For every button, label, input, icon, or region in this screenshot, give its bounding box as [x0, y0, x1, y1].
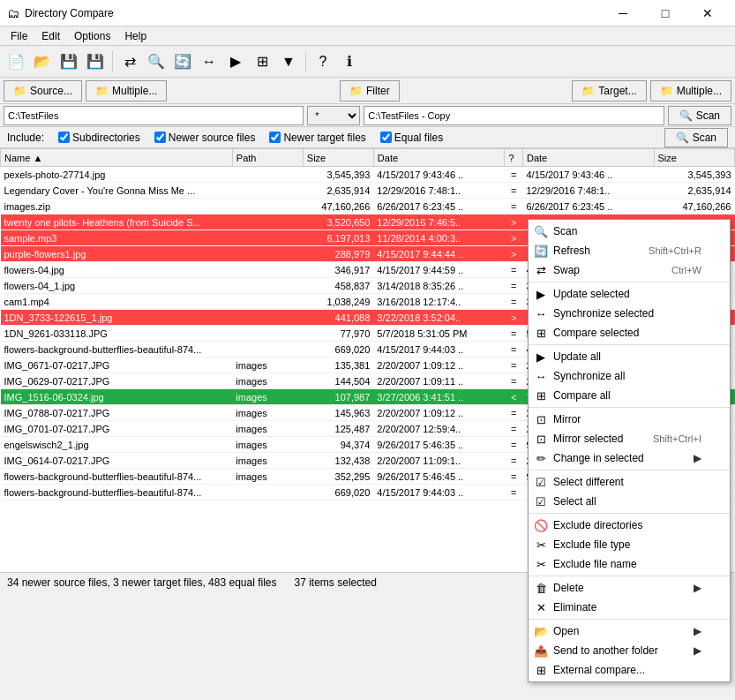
filter-button-st[interactable]: 📁 Filter [340, 80, 400, 102]
subdirectories-checkbox[interactable] [58, 132, 70, 143]
close-button[interactable]: ✕ [687, 0, 728, 26]
context-menu-item-eliminate[interactable]: ✕Eliminate [529, 598, 730, 617]
ctx-label-send-to-folder: Send to another folder [553, 644, 658, 657]
menu-file[interactable]: File [4, 26, 34, 46]
context-menu-item-open[interactable]: 📂Open▶ [529, 621, 730, 641]
mirror-selected-icon: ⊡ [534, 432, 548, 446]
sync2-button[interactable]: ↔ [197, 49, 221, 74]
ctx-label-scan: Scan [553, 225, 577, 237]
context-menu-item-external-compare[interactable]: ⊞External compare... [529, 660, 730, 680]
filter-button[interactable]: ▼ [276, 49, 301, 74]
newer-target-checkbox[interactable] [269, 132, 281, 143]
ctx-label-exclude-directories: Exclude directories [553, 519, 642, 531]
ctx-separator [529, 576, 730, 576]
save-as-button[interactable]: 💾 [83, 49, 108, 74]
context-menu-item-refresh[interactable]: 🔄RefreshShift+Ctrl+R [529, 241, 730, 260]
menu-options[interactable]: Options [67, 26, 117, 46]
scan-button-path[interactable]: 🔍 Scan [668, 106, 731, 125]
context-menu-item-exclude-file-name[interactable]: ✂Exclude file name [529, 554, 730, 574]
target-button[interactable]: 📁 Target... [572, 80, 646, 102]
equal-files-checkbox[interactable] [380, 132, 392, 143]
header-date[interactable]: Date [373, 149, 505, 167]
ctx-label-update-selected: Update selected [553, 288, 630, 300]
context-menu-item-exclude-file-type[interactable]: ✂Exclude file type [529, 535, 730, 554]
ctx-separator [529, 344, 730, 345]
open-button[interactable]: 📂 [30, 49, 55, 74]
swap-button[interactable]: ⇄ [117, 49, 142, 74]
context-menu-item-swap[interactable]: ⇄SwapCtrl+W [529, 260, 730, 280]
compare-button[interactable]: ⊞ [250, 49, 274, 74]
ctx-label-exclude-file-name: Exclude file name [553, 558, 637, 570]
context-menu-item-mirror[interactable]: ⊡Mirror [529, 410, 730, 429]
include-label: Include: [7, 132, 44, 144]
save-button[interactable]: 💾 [56, 49, 81, 74]
filter-icon: 📁 [349, 85, 363, 97]
newer-source-checkbox[interactable] [154, 132, 166, 143]
newer-source-option[interactable]: Newer source files [154, 132, 256, 144]
exclude-file-type-icon: ✂ [534, 538, 548, 552]
exclude-directories-icon: 🚫 [534, 518, 548, 532]
context-menu-item-mirror-selected[interactable]: ⊡Mirror selectedShift+Ctrl+I [529, 429, 730, 448]
scan-icon: 🔍 [679, 109, 693, 122]
context-menu-item-send-to-folder[interactable]: 📤Send to another folder▶ [529, 641, 730, 660]
context-menu-item-synchronize-all[interactable]: ↔Synchronize all [529, 366, 730, 386]
maximize-button[interactable]: □ [645, 0, 686, 26]
header-size2[interactable]: Size [654, 149, 734, 167]
help-button[interactable]: ? [311, 49, 335, 74]
source-target-bar: 📁 Source... 📁 Multiple... 📁 Filter 📁 Tar… [0, 78, 735, 104]
scan-compare-button[interactable]: 🔍 [144, 49, 169, 74]
context-menu-item-synchronize-selected[interactable]: ↔Synchronize selected [529, 304, 730, 323]
table-row[interactable]: Legendary Cover - You're Gonna Miss Me .… [1, 183, 735, 199]
ctx-arrow-send-to-folder: ▶ [694, 644, 701, 657]
header-size[interactable]: Size [303, 149, 373, 167]
ctx-label-update-all: Update all [553, 350, 601, 363]
info-button[interactable]: ℹ [337, 49, 362, 74]
context-menu-item-select-all[interactable]: ☑Select all [529, 492, 730, 511]
sync-button[interactable]: 🔄 [170, 49, 195, 74]
multiple-right-button[interactable]: 📁 Multiple... [650, 80, 731, 102]
header-path[interactable]: Path [232, 149, 303, 167]
header-name[interactable]: Name ▲ [1, 149, 233, 167]
toolbar-sep-1 [112, 51, 113, 72]
subdirectories-option[interactable]: Subdirectories [58, 132, 140, 144]
ctx-label-select-all: Select all [553, 495, 596, 508]
filter-select[interactable]: * [307, 106, 360, 125]
update-selected-icon: ▶ [534, 287, 548, 301]
equal-files-option[interactable]: Equal files [380, 132, 443, 144]
table-row[interactable]: images.zip47,160,2666/26/2017 6:23:45 ..… [1, 199, 735, 215]
ctx-label-mirror-selected: Mirror selected [553, 433, 623, 445]
refresh-icon: 🔄 [534, 244, 548, 258]
multiple-left-button[interactable]: 📁 Multiple... [86, 80, 167, 102]
context-menu-item-exclude-directories[interactable]: 🚫Exclude directories [529, 516, 730, 535]
ctx-label-synchronize-all: Synchronize all [553, 370, 625, 382]
ctx-shortcut-swap: Ctrl+W [671, 265, 701, 275]
scan-icon-options: 🔍 [676, 132, 689, 144]
source-button[interactable]: 📁 Source... [4, 80, 82, 102]
left-path-input[interactable] [4, 106, 304, 125]
minimize-button[interactable]: ─ [603, 0, 643, 26]
menu-edit[interactable]: Edit [34, 26, 67, 46]
context-menu-item-change-in-selected[interactable]: ✏Change in selected▶ [529, 448, 730, 468]
menu-help[interactable]: Help [117, 26, 154, 46]
context-menu-item-delete[interactable]: 🗑Delete▶ [529, 578, 730, 598]
ctx-label-compare-selected: Compare selected [553, 327, 639, 339]
context-menu-item-compare-all[interactable]: ⊞Compare all [529, 386, 730, 405]
context-menu-item-update-all[interactable]: ▶Update all [529, 347, 730, 366]
ctx-separator [529, 282, 730, 282]
context-menu-item-compare-selected[interactable]: ⊞Compare selected [529, 323, 730, 342]
header-date2[interactable]: Date [522, 149, 654, 167]
context-menu-item-scan[interactable]: 🔍Scan [529, 222, 730, 241]
mirror-icon: ⊡ [534, 412, 548, 426]
ctx-label-select-different: Select different [553, 476, 624, 488]
exclude-file-name-icon: ✂ [534, 557, 548, 571]
newer-target-option[interactable]: Newer target files [269, 132, 365, 144]
context-menu-item-update-selected[interactable]: ▶Update selected [529, 284, 730, 304]
update-button[interactable]: ▶ [223, 49, 248, 74]
table-row[interactable]: pexels-photo-27714.jpg3,545,3934/15/2017… [1, 167, 735, 183]
right-path-input[interactable] [364, 106, 664, 125]
status-info: 34 newer source files, 3 newer target fi… [7, 576, 277, 589]
titlebar: 🗂 Directory Compare ─ □ ✕ [0, 0, 735, 26]
new-button[interactable]: 📄 [4, 49, 28, 74]
scan-button-options[interactable]: 🔍 Scan [664, 128, 728, 147]
context-menu-item-select-different[interactable]: ☑Select different [529, 472, 730, 492]
